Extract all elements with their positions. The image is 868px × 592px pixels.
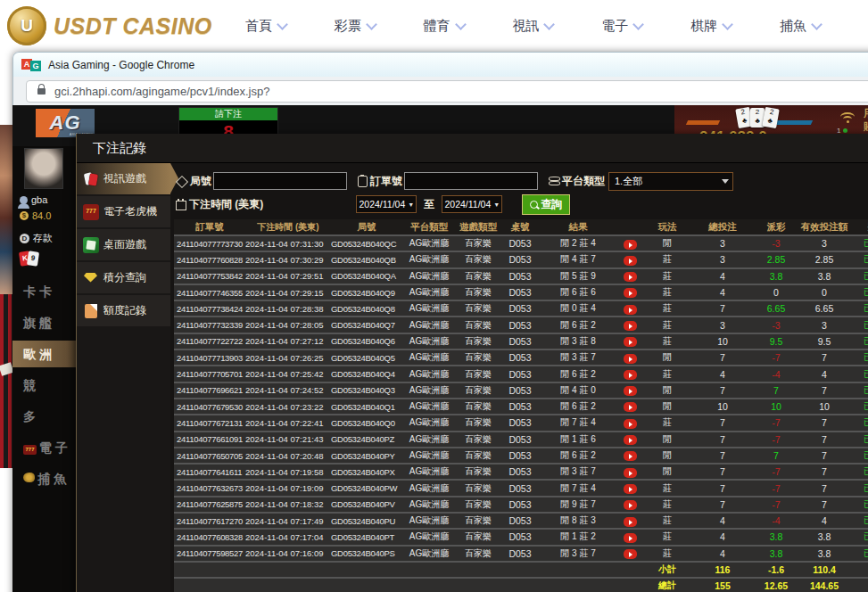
ag-menu-item-歐洲[interactable]: 歐洲	[12, 341, 76, 367]
play-video-icon[interactable]	[624, 386, 637, 396]
play-video-icon[interactable]	[624, 484, 637, 494]
search-button[interactable]: 查詢	[522, 194, 570, 215]
cell: 閒 4 莊 0	[540, 384, 616, 397]
cell: -3	[754, 238, 798, 249]
platform-select[interactable]: 1.全部	[608, 172, 733, 191]
nav-item-視訊[interactable]: 視訊	[512, 18, 553, 35]
play-video-icon[interactable]	[624, 288, 637, 298]
cell: AG歐洲廳	[402, 433, 456, 446]
cell: AG歐洲廳	[402, 270, 456, 283]
cell: 144.65	[798, 580, 850, 591]
cell: 閒 8 莊 3	[540, 514, 616, 527]
table-row: 2411040776721312024-11-04 07:22:41GD0532…	[174, 414, 868, 430]
cell: 2024-11-04 07:17:04	[245, 532, 331, 542]
play-video-icon[interactable]	[624, 468, 637, 478]
cell: 3	[798, 238, 850, 249]
nav-item-捕魚[interactable]: 捕魚	[780, 18, 821, 35]
chevron-down-icon	[811, 19, 823, 30]
cell: 241104077672131	[174, 418, 245, 428]
play-video-icon[interactable]	[624, 272, 637, 282]
cell: 百家樂	[456, 319, 500, 332]
card-9-icon: 9	[27, 251, 39, 267]
sidebar-item-積分查詢[interactable]: 積分查詢	[77, 262, 170, 293]
play-video-icon[interactable]	[624, 435, 637, 445]
play-video-icon[interactable]	[624, 451, 637, 461]
ag-menu-item-旗艦[interactable]: 旗艦	[12, 309, 76, 336]
col-header: 狀態	[850, 221, 868, 234]
cell: AG歐洲廳	[402, 530, 456, 543]
cell: D053	[500, 548, 540, 559]
nav-item-首頁[interactable]: 首頁	[245, 18, 286, 35]
nav-item-彩票[interactable]: 彩票	[335, 18, 376, 35]
sidebar-item-視訊遊戲[interactable]: 視訊遊戲	[77, 163, 170, 194]
play-video-icon[interactable]	[624, 402, 637, 412]
order-input[interactable]	[404, 172, 538, 190]
cell: 已派彩	[850, 547, 868, 560]
ag-menu-item-競[interactable]: 競	[12, 372, 76, 399]
cell: 閒 6 莊 2	[540, 319, 616, 332]
cell: GD05324B040Q3	[331, 385, 402, 395]
cell: 已派彩	[850, 253, 868, 266]
order-clipboard-icon	[358, 176, 368, 187]
play-video-icon[interactable]	[624, 337, 637, 347]
cell: 百家樂	[456, 302, 500, 315]
nav-item-棋牌[interactable]: 棋牌	[690, 18, 732, 35]
play-video-icon[interactable]	[624, 419, 637, 429]
ag-menu-item-多[interactable]: 多	[12, 403, 76, 430]
cell: 2024-11-04 07:31:30	[245, 239, 331, 249]
col-header: 遊戲類型	[456, 221, 500, 234]
cell: 110.4	[798, 564, 850, 575]
user-balance: 84.0	[32, 210, 51, 221]
cell: 閒 7 莊 4	[540, 416, 616, 429]
cell: 241104077661091	[174, 434, 245, 444]
cell: -7	[754, 434, 798, 445]
sidebar-item-電子老虎機[interactable]: 電子老虎機	[77, 196, 170, 227]
cell: 百家樂	[456, 530, 500, 543]
nav-item-電子[interactable]: 電子	[601, 18, 642, 35]
site-brand[interactable]: U USDT CASINO	[0, 6, 221, 45]
cell: 4	[691, 515, 754, 526]
to-label: 至	[424, 197, 434, 212]
cell: 總計	[643, 580, 691, 592]
nav-item-體育[interactable]: 體育	[424, 18, 465, 35]
play-video-icon[interactable]	[624, 500, 637, 510]
round-input[interactable]	[213, 172, 347, 190]
cell: AG歐洲廳	[402, 482, 456, 495]
play-video-icon[interactable]	[624, 549, 637, 559]
table-row: 2411040777057012024-11-04 07:25:42GD0532…	[174, 365, 868, 381]
play-video-icon[interactable]	[624, 370, 637, 380]
chrome-titlebar[interactable]: AG Asia Gaming - Google Chrome	[12, 52, 868, 77]
sidebar-item-桌面遊戲[interactable]: 桌面遊戲	[77, 229, 170, 260]
play-video-icon[interactable]	[624, 533, 637, 543]
deposit-button[interactable]: D 存款	[20, 232, 53, 245]
records-table: 訂單號下注時間 (美東)局號平台類型遊戲類型桌號結果玩法總投注派彩有效投注額狀態…	[174, 219, 868, 592]
user-icon	[20, 196, 28, 204]
ag-menu-item-電子[interactable]: 777電子	[12, 434, 76, 461]
cell: 2024-11-04 07:16:09	[245, 548, 331, 558]
ag-menu-item-捕魚[interactable]: 捕魚	[12, 465, 76, 492]
address-bar[interactable]: gci.2hhapi.com/agingame/pcv1/index.jsp?	[26, 80, 868, 103]
date-to-picker[interactable]: 2024/11/04▼	[442, 195, 502, 213]
date-from-picker[interactable]: 2024/11/04▼	[356, 195, 417, 213]
cell: 已派彩	[850, 433, 868, 446]
subtotal-row: 小計116-1.6110.4	[174, 561, 868, 577]
cell: 7	[798, 352, 850, 363]
cell: 百家樂	[456, 514, 500, 527]
cell: 241104077760828	[174, 255, 245, 265]
cell: 已派彩	[850, 482, 868, 495]
play-video-icon[interactable]	[624, 240, 637, 250]
play-video-icon[interactable]	[624, 321, 637, 331]
play-video-icon[interactable]	[624, 256, 637, 266]
video-category-row[interactable]: K 9	[20, 251, 38, 266]
cell: GD05324B040PV	[331, 499, 402, 509]
play-video-icon[interactable]	[624, 305, 637, 315]
table-row: 2411040776083282024-11-04 07:17:04GD0532…	[174, 528, 868, 544]
cell: -7	[754, 483, 798, 494]
site-brand-name: USDT CASINO	[54, 13, 212, 39]
play-video-icon[interactable]	[624, 517, 637, 527]
play-video-icon[interactable]	[624, 354, 637, 364]
sidebar-item-額度記錄[interactable]: 額度記錄	[77, 295, 170, 326]
ag-menu-item-卡卡[interactable]: 卡卡	[12, 278, 76, 305]
cell: 241104077650705	[174, 451, 245, 461]
table-row: 2411040776610912024-11-04 07:21:43GD0532…	[174, 431, 868, 447]
